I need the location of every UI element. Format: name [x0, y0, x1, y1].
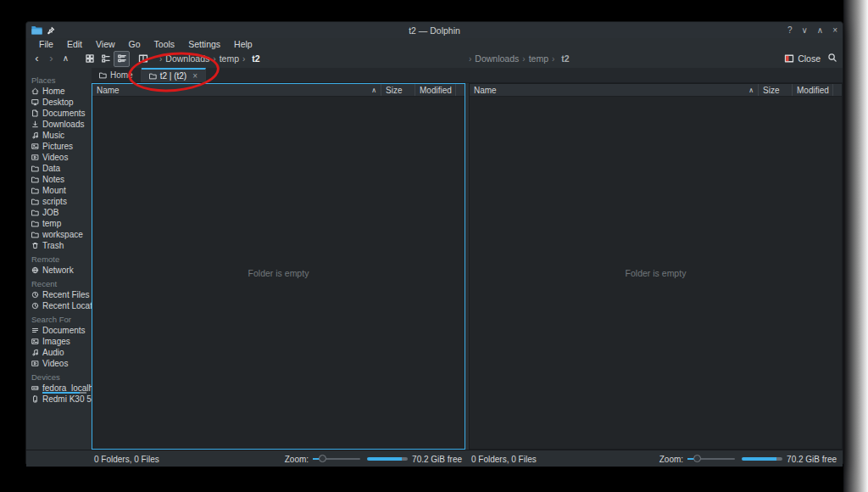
close-split-label: Close	[798, 53, 821, 64]
zoom-slider-right[interactable]	[687, 455, 735, 463]
column-name[interactable]: Name ∧	[92, 84, 381, 96]
image-icon	[31, 143, 39, 150]
music-note-icon	[31, 349, 39, 356]
sidebar-item-label: Pictures	[42, 142, 73, 151]
breadcrumb-t2[interactable]: t2	[561, 53, 569, 64]
menu-view[interactable]: View	[90, 39, 121, 49]
close-window-button[interactable]: ×	[832, 25, 837, 35]
sidebar-item-search-images[interactable]: Images	[26, 336, 92, 347]
background-fade	[843, 0, 868, 492]
sidebar-item-videos[interactable]: Videos	[26, 152, 92, 163]
tab-home[interactable]: Home	[92, 68, 142, 82]
breadcrumb-temp[interactable]: temp	[529, 53, 548, 64]
column-size-label: Size	[386, 86, 402, 95]
sidebar-item-label: Images	[42, 337, 70, 346]
menu-edit[interactable]: Edit	[61, 39, 88, 49]
column-header-row: Name ∧ Size Modified	[92, 84, 465, 97]
tab-t2-active[interactable]: t2 | (t2) ×	[142, 68, 206, 82]
tab-close-icon[interactable]: ×	[192, 71, 198, 81]
sidebar-item-fedora-device[interactable]: fedora_localhos...	[26, 383, 92, 394]
column-modified-label: Modified	[420, 86, 452, 95]
breadcrumb-separator: ›	[552, 54, 554, 64]
folder-icon	[31, 176, 39, 183]
maximize-button[interactable]: ∧	[817, 25, 823, 35]
sidebar-item-label: scripts	[42, 197, 67, 206]
sidebar-item-trash[interactable]: Trash	[26, 240, 92, 251]
sidebar-item-data[interactable]: Data	[26, 163, 92, 174]
sidebar-item-search-videos[interactable]: Videos	[26, 358, 92, 369]
folder-icon	[31, 187, 39, 194]
back-button[interactable]: ‹	[30, 50, 44, 67]
close-split-button[interactable]: Close	[784, 53, 821, 64]
video-icon	[31, 154, 39, 161]
sidebar-item-workspace[interactable]: workspace	[26, 229, 92, 240]
help-button[interactable]: ?	[787, 25, 793, 35]
forward-button[interactable]: ›	[44, 50, 58, 67]
sidebar-item-label: Notes	[42, 175, 64, 184]
section-header-remote: Remote	[26, 254, 92, 265]
menu-settings[interactable]: Settings	[182, 39, 226, 49]
sidebar-item-recent-files[interactable]: Recent Files	[26, 289, 92, 300]
up-button[interactable]: ∧	[58, 50, 73, 67]
breadcrumb-t2[interactable]: t2	[252, 53, 259, 64]
sidebar-item-search-documents[interactable]: Documents	[26, 325, 92, 336]
details-view-button[interactable]	[114, 51, 130, 67]
zoom-slider-left[interactable]	[313, 455, 360, 463]
sidebar-item-documents[interactable]: Documents	[26, 108, 92, 119]
minimize-button[interactable]: ∨	[802, 25, 808, 35]
sidebar-item-downloads[interactable]: Downloads	[26, 119, 92, 130]
menu-help[interactable]: Help	[228, 39, 259, 49]
dolphin-window: t2 — Dolphin ? ∨ ∧ × File Edit View Go T…	[25, 21, 843, 464]
sidebar-item-label: Recent Files	[42, 290, 90, 299]
page-background: t2 — Dolphin ? ∨ ∧ × File Edit View Go T…	[0, 0, 868, 492]
item-count-right: 0 Folders, 0 Files	[471, 455, 537, 464]
sidebar-item-label: Mount	[42, 186, 66, 195]
split-view-button[interactable]	[135, 51, 151, 67]
sidebar-item-scripts[interactable]: scripts	[26, 196, 92, 207]
breadcrumb-separator: ›	[522, 54, 525, 64]
toolbar: ‹ › ∧ › Downloads › temp	[26, 49, 843, 68]
menu-tools[interactable]: Tools	[148, 39, 181, 49]
column-name[interactable]: Name ∧	[470, 84, 759, 96]
recent-clock-icon	[31, 302, 39, 310]
column-modified[interactable]: Modified	[793, 84, 833, 96]
file-view-left[interactable]: Folder is empty	[92, 97, 465, 449]
sidebar-item-home[interactable]: Home	[26, 86, 92, 97]
sidebar-item-network[interactable]: Network	[26, 265, 92, 276]
file-view-right[interactable]: Folder is empty	[470, 97, 842, 449]
breadcrumb-temp[interactable]: temp	[220, 53, 239, 64]
sidebar-item-job[interactable]: JOB	[26, 207, 92, 218]
compact-view-button[interactable]	[97, 51, 114, 67]
sidebar-item-pictures[interactable]: Pictures	[26, 141, 92, 152]
breadcrumb-downloads[interactable]: Downloads	[475, 53, 519, 64]
sidebar-item-recent-locations[interactable]: Recent Locations	[26, 300, 92, 311]
sidebar-item-temp[interactable]: temp	[26, 218, 92, 229]
sidebar-item-music[interactable]: Music	[26, 130, 92, 141]
places-panel: Places Home Desktop Documents Downloads …	[26, 68, 92, 450]
column-header-padding	[456, 84, 465, 96]
sidebar-item-mount[interactable]: Mount	[26, 185, 92, 196]
desktop-icon	[31, 98, 39, 106]
sidebar-item-desktop[interactable]: Desktop	[26, 97, 92, 108]
slider-knob[interactable]	[693, 455, 701, 462]
recent-clock-icon	[31, 291, 39, 299]
title-bar[interactable]: t2 — Dolphin ? ∨ ∧ ×	[26, 22, 843, 38]
folder-icon	[149, 72, 157, 80]
slider-knob[interactable]	[319, 455, 326, 462]
column-modified[interactable]: Modified	[415, 84, 456, 96]
breadcrumb-downloads[interactable]: Downloads	[165, 53, 209, 64]
menu-file[interactable]: File	[33, 39, 59, 49]
sidebar-item-label: Documents	[42, 326, 86, 335]
column-header-row: Name ∧ Size Modified	[470, 84, 842, 97]
search-button[interactable]	[827, 53, 837, 64]
search-icon	[827, 53, 837, 63]
sidebar-item-notes[interactable]: Notes	[26, 174, 92, 185]
sidebar-item-redmi-device[interactable]: Redmi K30 5G	[26, 394, 92, 405]
folder-icon	[31, 231, 39, 238]
document-icon	[31, 109, 39, 117]
column-size[interactable]: Size	[381, 84, 415, 96]
icons-view-button[interactable]	[81, 51, 97, 67]
menu-go[interactable]: Go	[123, 39, 147, 49]
sidebar-item-search-audio[interactable]: Audio	[26, 347, 92, 358]
column-size[interactable]: Size	[759, 84, 793, 96]
